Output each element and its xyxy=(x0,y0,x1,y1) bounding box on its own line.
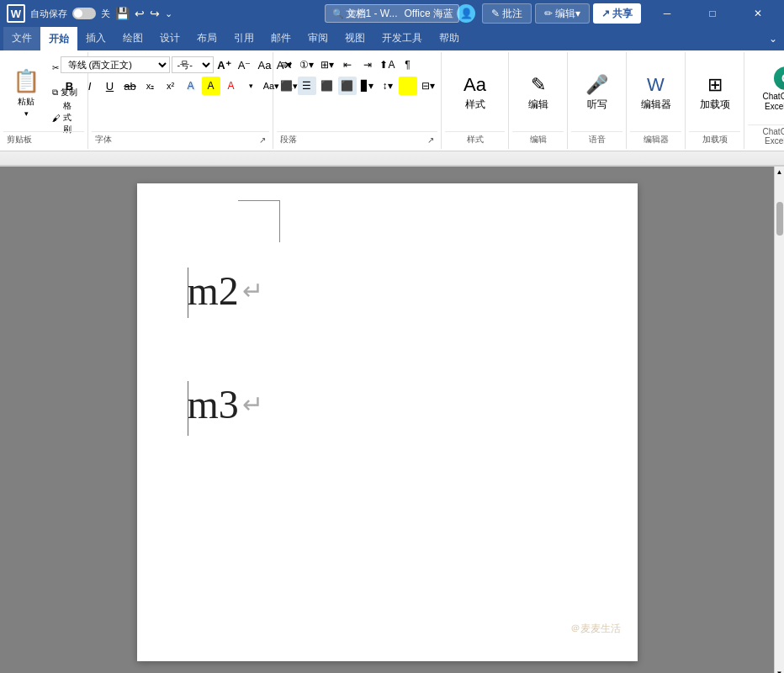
justify-btn[interactable]: ⬛ xyxy=(338,77,357,95)
doc-line-1: m2 ↵ xyxy=(188,268,587,314)
document-page[interactable]: m2 ↵ m3 ↵ ＠麦麦生活 xyxy=(137,183,638,661)
tab-file[interactable]: 文件 xyxy=(3,27,40,50)
align-center-btn[interactable]: ☰ xyxy=(298,77,316,95)
review-button[interactable]: ✎ 批注 xyxy=(482,3,532,24)
addin-btn-label: 加载项 xyxy=(700,98,730,112)
superscript-button[interactable]: x² xyxy=(162,77,180,95)
auto-save-toggle[interactable] xyxy=(72,8,96,19)
save-icon-btn[interactable]: 💾 xyxy=(115,7,130,20)
align-left-btn[interactable]: ⬛ xyxy=(278,77,296,95)
more-tabs-btn[interactable]: ⌄ xyxy=(762,27,784,50)
font-name-select[interactable]: 等线 (西文正文) xyxy=(61,56,170,73)
para-expand-icon[interactable]: ↗ xyxy=(427,135,434,145)
font-name-row: 等线 (西文正文) -号- A⁺ A⁻ Aa A✕ xyxy=(61,56,294,74)
maximize-button[interactable]: □ xyxy=(693,0,732,27)
edit-btn-label: 编辑 xyxy=(528,98,548,112)
editor-group: W 编辑器 编辑器 xyxy=(627,52,686,149)
tab-mailings[interactable]: 邮件 xyxy=(262,27,299,50)
doc-text-1[interactable]: m2 ↵ xyxy=(188,268,587,314)
multilevel-btn[interactable]: ⊞▾ xyxy=(318,56,336,74)
title-bar: W 自动保存 关 💾 ↩ ↪ ⌄ 🔍 搜索 文档1 - W... Office … xyxy=(0,0,784,27)
style-btn-label: 样式 xyxy=(465,98,485,112)
ribbon-tabs: 文件 开始 插入 绘图 设计 布局 引用 邮件 审阅 视图 开发工具 帮助 ⌄ xyxy=(0,27,784,50)
increase-indent-btn[interactable]: ⇥ xyxy=(358,56,377,74)
doc-text-2[interactable]: m3 ↵ xyxy=(188,381,587,427)
word-icon: W xyxy=(7,4,25,23)
column-btn[interactable]: ▊▾ xyxy=(358,77,377,95)
voice-btn[interactable]: 🎤 听写 xyxy=(580,72,614,114)
office-avatar[interactable]: 👤 xyxy=(457,4,475,23)
style-group-label: 样式 xyxy=(445,131,505,147)
tab-insert[interactable]: 插入 xyxy=(77,27,114,50)
text-effect-btn[interactable]: A xyxy=(182,77,200,95)
tab-layout[interactable]: 布局 xyxy=(188,27,225,50)
italic-button[interactable]: I xyxy=(81,77,99,95)
show-marks-btn[interactable]: ¶ xyxy=(399,56,417,74)
addin-btn[interactable]: ⊞ 加载项 xyxy=(696,72,734,114)
redo-btn[interactable]: ↪ xyxy=(150,7,160,20)
decrease-indent-btn[interactable]: ⇤ xyxy=(338,56,357,74)
para-group-label: 段落 ↗ xyxy=(277,131,437,147)
underline-button[interactable]: U xyxy=(101,77,119,95)
font-size-increase-btn[interactable]: A⁺ xyxy=(215,56,234,74)
tab-review[interactable]: 审阅 xyxy=(299,27,336,50)
tab-design[interactable]: 设计 xyxy=(151,27,188,50)
style-gallery-btn[interactable]: Aa 样式 xyxy=(458,72,492,114)
editor-group-content: W 编辑器 xyxy=(635,54,677,131)
copy-icon: ⧉ xyxy=(52,87,58,98)
undo-btn[interactable]: ↩ xyxy=(135,7,145,20)
line-spacing-btn[interactable]: ↕▾ xyxy=(379,77,397,95)
edit-btn[interactable]: ✎ 编辑 xyxy=(522,72,555,114)
font-color-expand-btn[interactable]: ▾ xyxy=(242,77,261,95)
numbering-btn[interactable]: ①▾ xyxy=(298,56,316,74)
font-style-row: B I U ab x₂ x² A A A ▾ Aa▾ A̤▾ xyxy=(61,77,301,95)
document-area[interactable]: m2 ↵ m3 ↵ ＠麦麦生活 xyxy=(0,167,774,673)
share-button[interactable]: ↗ 共享 xyxy=(593,3,641,24)
tab-view[interactable]: 视图 xyxy=(336,27,373,50)
editor-btn[interactable]: W 编辑器 xyxy=(637,72,675,114)
cursor-line-1 xyxy=(188,268,188,318)
change-case-btn[interactable]: Aa xyxy=(256,56,274,74)
para-row2: ⬛ ☰ ⬛ ⬛ ▊▾ ↕▾ ⊟▾ xyxy=(278,77,437,95)
minimize-button[interactable]: ─ xyxy=(648,0,686,27)
bullets-btn[interactable]: ≡▾ xyxy=(278,56,296,74)
pilcrow-1: ↵ xyxy=(242,276,263,305)
addin-icon: ⊞ xyxy=(707,74,723,96)
scrollbar-thumb[interactable] xyxy=(776,202,783,236)
chatgpt-btn[interactable]: G ChatGPT forExcel Word xyxy=(759,64,784,114)
search-box[interactable]: 🔍 搜索 xyxy=(325,4,459,23)
sort-btn[interactable]: ⬆A xyxy=(379,56,397,74)
font-group-label: 字体 ↗ xyxy=(92,131,269,147)
tab-help[interactable]: 帮助 xyxy=(431,27,468,50)
search-icon: 🔍 xyxy=(332,8,344,19)
style-group: Aa 样式 样式 xyxy=(442,52,509,149)
bold-button[interactable]: B xyxy=(61,77,79,95)
doc-scroll-area[interactable]: m2 ↵ m3 ↵ ＠麦麦生活 xyxy=(0,167,774,673)
close-button[interactable]: ✕ xyxy=(739,0,777,27)
tab-home[interactable]: 开始 xyxy=(40,27,77,50)
highlight-btn[interactable]: A xyxy=(202,77,220,95)
more-toolbar-btn[interactable]: ⌄ xyxy=(165,8,172,19)
paste-button[interactable]: 📋 粘贴 ▾ xyxy=(5,56,47,130)
para-row1: ≡▾ ①▾ ⊞▾ ⇤ ⇥ ⬆A ¶ xyxy=(278,56,417,74)
font-size-decrease-btn[interactable]: A⁻ xyxy=(236,56,254,74)
shading-btn[interactable] xyxy=(399,77,417,95)
tab-references[interactable]: 引用 xyxy=(225,27,262,50)
cursor-line-2 xyxy=(188,381,188,436)
font-color-btn[interactable]: A xyxy=(222,77,241,95)
strikethrough-button[interactable]: ab xyxy=(121,77,140,95)
align-right-btn[interactable]: ⬛ xyxy=(318,77,336,95)
ruler: // Will be rendered via JS below xyxy=(0,151,784,167)
style-group-content: Aa 样式 xyxy=(457,54,494,131)
voice-group: 🎤 听写 语音 xyxy=(568,52,627,149)
editing-button[interactable]: ✏ 编辑▾ xyxy=(535,3,590,24)
subscript-button[interactable]: x₂ xyxy=(141,77,160,95)
font-size-select[interactable]: -号- xyxy=(172,56,214,73)
tab-developer[interactable]: 开发工具 xyxy=(373,27,431,50)
ribbon-content: 📋 粘贴 ▾ ✂ 剪切 ⧉ 复制 🖌 格式刷 xyxy=(0,50,784,151)
tab-draw[interactable]: 绘图 xyxy=(114,27,151,50)
page-margin-indicator xyxy=(238,200,280,242)
border-btn[interactable]: ⊟▾ xyxy=(419,77,437,95)
font-expand-icon[interactable]: ↗ xyxy=(259,135,266,145)
vertical-scrollbar[interactable]: ▲ ▼ xyxy=(774,167,784,673)
